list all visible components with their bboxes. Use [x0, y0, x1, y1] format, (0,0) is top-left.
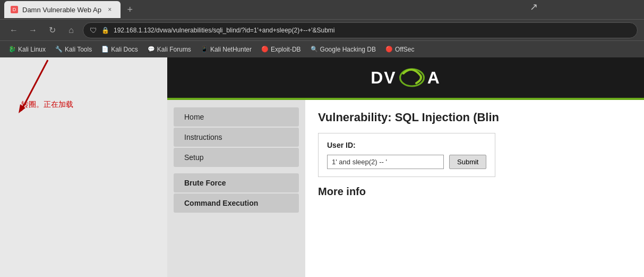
bookmark-label: OffSec [395, 46, 414, 53]
bookmark-google-hacking-db[interactable]: 🔍 Google Hacking DB [306, 45, 380, 54]
exploit-db-icon: 🔴 [261, 46, 269, 53]
shield-icon: 🛡 [90, 26, 97, 35]
more-info-title: More info [318, 186, 631, 198]
user-id-form: User ID: Submit [318, 133, 495, 177]
page-content: 转圈。正在加载 DV A Home Instructions [0, 57, 644, 277]
kali-forums-icon: 💬 [148, 46, 155, 53]
bookmark-label: Kali Forums [157, 46, 191, 53]
bookmark-kali-docs[interactable]: 📄 Kali Docs [97, 45, 142, 54]
bookmark-label: Kali Docs [111, 46, 138, 53]
user-id-label: User ID: [327, 141, 486, 149]
dvwa-sidebar: Home Instructions Setup Brute Force Comm… [167, 100, 305, 277]
kali-docs-icon: 📄 [101, 46, 109, 53]
user-id-input[interactable] [327, 155, 444, 169]
back-button[interactable]: ← [6, 23, 21, 38]
bookmark-offsec[interactable]: 🔴 OffSec [381, 45, 418, 54]
submit-button[interactable]: Submit [449, 155, 486, 169]
cursor: ↗ [530, 1, 538, 13]
lock-icon: 🔒 [101, 27, 109, 34]
google-hacking-db-icon: 🔍 [311, 46, 318, 53]
kali-nethunter-icon: 📱 [201, 46, 208, 53]
new-tab-button[interactable]: + [123, 2, 138, 17]
bookmark-kali-linux[interactable]: 🐉 Kali Linux [4, 45, 50, 54]
dvwa-logo: DV A [371, 67, 441, 88]
left-panel: 转圈。正在加载 [0, 57, 167, 277]
bookmark-kali-nethunter[interactable]: 📱 Kali NetHunter [196, 45, 256, 54]
address-text: 192.168.1.132/dvwa/vulnerabilities/sqli_… [114, 27, 335, 34]
bookmark-kali-forums[interactable]: 💬 Kali Forums [143, 45, 195, 54]
bookmark-kali-tools[interactable]: 🔧 Kali Tools [51, 45, 96, 54]
sidebar-item-command-execution[interactable]: Command Execution [174, 194, 299, 213]
dvwa-logo-text2: A [427, 68, 441, 88]
bookmark-label: Kali NetHunter [210, 46, 252, 53]
red-arrow [16, 57, 64, 121]
sidebar-separator [167, 168, 305, 172]
field-row: Submit [327, 155, 486, 169]
dvwa-main-content: Vulnerability: SQL Injection (Blin User … [305, 100, 644, 277]
bookmarks-bar: 🐉 Kali Linux 🔧 Kali Tools 📄 Kali Docs 💬 … [0, 40, 644, 57]
dvwa-logo-text: DV [371, 68, 396, 88]
tab-bar: D Damn Vulnerable Web Ap × + ↗ [0, 0, 644, 19]
home-button[interactable]: ⌂ [64, 23, 79, 38]
nav-bar: ← → ↻ ⌂ 🛡 🔒 192.168.1.132/dvwa/vulnerabi… [0, 19, 644, 40]
dvwa-swirl-icon [399, 67, 425, 88]
bookmark-label: Kali Tools [65, 46, 92, 53]
svg-line-0 [21, 60, 48, 111]
page-title: Vulnerability: SQL Injection (Blin [318, 111, 631, 124]
sidebar-item-instructions[interactable]: Instructions [174, 128, 299, 147]
tab-favicon: D [11, 6, 18, 13]
tab-title: Damn Vulnerable Web Ap [22, 6, 101, 14]
tab-close-button[interactable]: × [106, 5, 114, 14]
kali-linux-icon: 🐉 [8, 46, 16, 53]
offsec-icon: 🔴 [385, 46, 393, 53]
browser-chrome: D Damn Vulnerable Web Ap × + ↗ ← → ↻ ⌂ 🛡… [0, 0, 644, 57]
bookmark-label: Exploit-DB [271, 46, 301, 53]
sidebar-item-brute-force[interactable]: Brute Force [174, 173, 299, 192]
kali-tools-icon: 🔧 [55, 46, 63, 53]
bookmark-label: Kali Linux [18, 46, 46, 53]
dvwa-header: DV A [167, 57, 644, 100]
bookmark-label: Google Hacking DB [320, 46, 376, 53]
sidebar-item-setup[interactable]: Setup [174, 148, 299, 167]
dvwa-body: Home Instructions Setup Brute Force Comm… [167, 100, 644, 277]
right-panel: DV A Home Instructions Setup [167, 57, 644, 277]
forward-button[interactable]: → [25, 23, 40, 38]
sidebar-item-home[interactable]: Home [174, 107, 299, 127]
bookmark-exploit-db[interactable]: 🔴 Exploit-DB [257, 45, 305, 54]
active-tab[interactable]: D Damn Vulnerable Web Ap × [4, 1, 121, 18]
address-bar[interactable]: 🛡 🔒 192.168.1.132/dvwa/vulnerabilities/s… [83, 22, 638, 38]
reload-button[interactable]: ↻ [45, 23, 59, 38]
